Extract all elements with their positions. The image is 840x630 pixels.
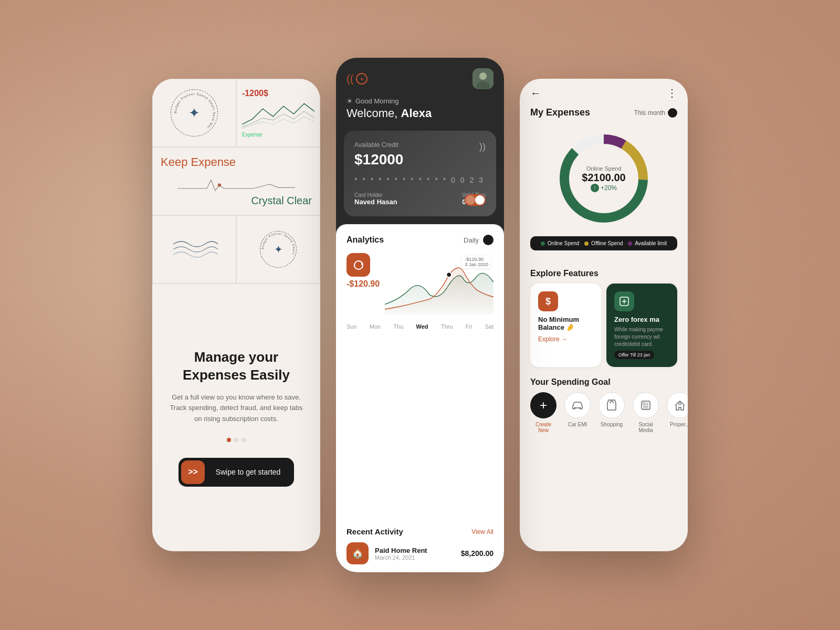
tagline-cell: Keep Expense Crystal Clear <box>152 147 320 215</box>
greeting-row: ☀ Good Morning <box>346 97 494 105</box>
donut-value: $2100.00 <box>582 172 625 184</box>
annotation-value: -$120.90 <box>465 257 488 262</box>
logo-plus: + <box>356 73 368 85</box>
explore-icon-2 <box>614 291 634 311</box>
phones-container: Budget Planner Spend Smart Save Mor ✦ -1… <box>152 58 688 572</box>
explore-card-1[interactable]: $ No Minimum Balance 🤌 Explore → <box>530 284 601 367</box>
compass-icon: ✦ <box>188 105 200 121</box>
logo-brackets: (( <box>346 73 353 85</box>
social-media-label: Social Media <box>633 422 659 433</box>
view-all-button[interactable]: View All <box>471 528 494 536</box>
welcome-text: Welcome, Alexa <box>346 107 494 120</box>
dashboard-header: (( + <box>336 58 504 94</box>
explore-cards-row: $ No Minimum Balance 🤌 Explore → Zero fo… <box>530 284 677 367</box>
swipe-cta[interactable]: >> Swipe to get started <box>178 458 294 487</box>
svg-rect-16 <box>642 401 650 410</box>
analytics-icon-box <box>346 253 370 277</box>
donut-center: Online Spend $2100.00 ↑ +20% <box>582 165 625 192</box>
day-sun: Sun <box>346 323 357 330</box>
pagination-dots <box>227 438 246 442</box>
period-dot <box>668 108 677 118</box>
analytics-title: Analytics <box>346 235 384 245</box>
car-emi-icon <box>564 392 591 418</box>
filter-label: Daily <box>464 236 479 244</box>
legend-offline: Offline Spend <box>584 240 623 246</box>
explore-card-2-title: Zero forex ma <box>614 316 669 323</box>
expenses-title-row: My Expenses This month <box>530 107 677 118</box>
offer-badge: Offer Till 23 jan <box>614 351 654 359</box>
card-number: * * * * * * * * * * * * 0 0 2 3 <box>354 176 486 184</box>
card-holder-section: Card Holder Naved Hasan <box>354 192 397 206</box>
analytics-header: Analytics Daily <box>346 235 494 245</box>
expenses-title: My Expenses <box>530 107 590 118</box>
holder-name: Naved Hasan <box>354 198 397 206</box>
greeting-section: ☀ Good Morning Welcome, Alexa <box>336 94 504 123</box>
filter-dot <box>483 235 494 245</box>
goal-social-media[interactable]: Social Media <box>633 392 659 433</box>
shopping-icon-wrap <box>598 392 625 418</box>
onboarding-main: Manage your Expenses Easily Get a full v… <box>152 300 320 551</box>
recent-item-date: March 24, 2021 <box>375 554 455 561</box>
recent-item-info: Paid Home Rent March 24, 2021 <box>375 547 455 561</box>
online-dot <box>541 242 545 246</box>
recent-activity: Recent Activity View All 🏠 Paid Home Ren… <box>336 519 504 572</box>
home-icon: 🏠 <box>352 548 363 559</box>
analytics-filter[interactable]: Daily <box>464 235 494 245</box>
nfc-icon: )) <box>479 141 486 152</box>
explore-icon-1: $ <box>538 291 558 311</box>
create-new-label: Create New <box>530 422 556 433</box>
goal-property[interactable]: Proper... <box>667 392 688 427</box>
day-mon: Mon <box>370 323 381 330</box>
recent-title: Recent Activity <box>346 527 403 536</box>
expense-label: Expense <box>242 132 314 138</box>
phone-expenses: ← ⋮ My Expenses This month <box>520 79 688 551</box>
chart-annotation: -$120.90 3 Jan 2020 <box>462 256 491 268</box>
day-sat: Sat <box>485 323 494 330</box>
car-icon <box>571 399 584 412</box>
logo2-cell: Budget Planner Spend Smart ✦ <box>236 215 320 284</box>
forex-icon <box>619 296 629 307</box>
goals-items-row: + Create New Car EMI <box>530 392 677 433</box>
change-value: +20% <box>601 184 617 192</box>
social-icon <box>639 399 652 412</box>
create-new-icon: + <box>530 392 556 418</box>
recent-item-name: Paid Home Rent <box>375 547 455 554</box>
welcome-name: Alexa <box>401 107 432 120</box>
dot-2 <box>234 438 238 442</box>
explore-section: Explore Features $ No Minimum Balance 🤌 … <box>520 264 688 372</box>
legend-available: Available limit <box>628 240 667 246</box>
waves-icon <box>171 234 218 265</box>
goal-shopping[interactable]: Shopping <box>598 392 625 427</box>
day-wed: Wed <box>416 323 428 330</box>
onboarding-grid: Budget Planner Spend Smart Save Mor ✦ -1… <box>152 79 320 284</box>
card-toggle[interactable] <box>465 194 486 206</box>
day-fri: Fri <box>465 323 472 330</box>
more-button[interactable]: ⋮ <box>667 87 677 99</box>
property-icon-wrap <box>667 392 688 418</box>
shopping-label: Shopping <box>601 422 623 427</box>
avatar-svg <box>472 68 494 89</box>
explore-card-1-title: No Minimum Balance 🤌 <box>538 316 593 331</box>
offline-label: Offline Spend <box>591 240 623 246</box>
plus-icon: + <box>540 398 547 413</box>
recent-item: 🏠 Paid Home Rent March 24, 2021 $8,200.0… <box>346 542 494 564</box>
avatar[interactable] <box>472 68 494 89</box>
available-label: Available limit <box>635 240 667 246</box>
phone-dashboard: (( + ☀ Good Morning Welcome, Alexa <box>336 58 504 572</box>
svg-point-14 <box>574 407 576 409</box>
toggle-circle <box>475 195 485 205</box>
dollar-icon: $ <box>545 296 551 307</box>
expenses-section: My Expenses This month <box>520 107 688 264</box>
goals-title: Your Spending Goal <box>530 377 677 387</box>
svg-rect-17 <box>643 403 645 405</box>
available-label: Available Credit <box>354 141 486 149</box>
explore-card-2[interactable]: Zero forex ma While making payme foreign… <box>606 284 677 367</box>
svg-point-15 <box>580 407 581 409</box>
day-thu: Thu <box>393 323 403 330</box>
explore-link[interactable]: Explore → <box>538 335 593 343</box>
goal-car-emi[interactable]: Car EMI <box>564 392 591 427</box>
back-button[interactable]: ← <box>530 87 541 99</box>
period-selector[interactable]: This month <box>634 108 677 118</box>
credit-card: )) Available Credit $12000 * * * * * * *… <box>344 131 496 216</box>
goal-create-new[interactable]: + Create New <box>530 392 556 433</box>
